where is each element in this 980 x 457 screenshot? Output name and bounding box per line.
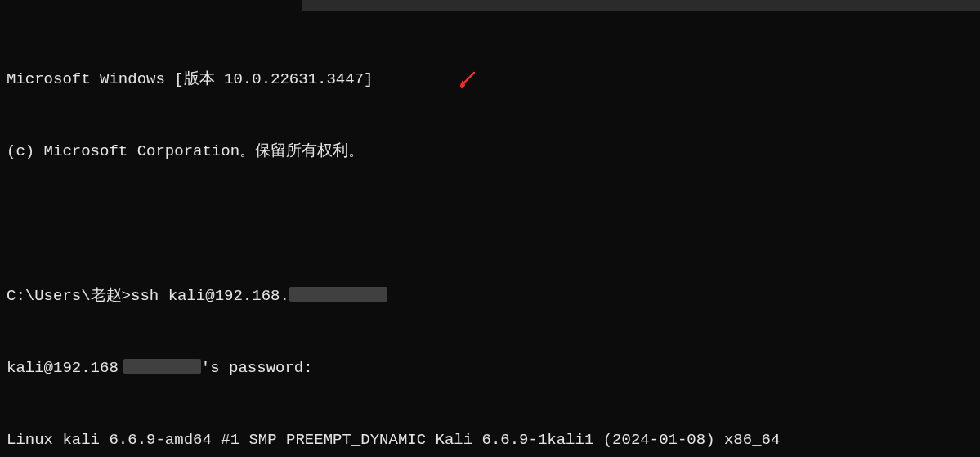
text-pw-pre: kali@192.168 bbox=[7, 359, 119, 377]
titlebar-empty-area bbox=[302, 0, 980, 11]
line-blank bbox=[7, 213, 973, 236]
line-uname: Linux kali 6.6.9-amd64 #1 SMP PREEMPT_DY… bbox=[7, 428, 973, 452]
text-cmd-prompt: C:\Users\老赵> bbox=[7, 287, 131, 305]
text-copyright: (c) Microsoft Corporation。保留所有权利。 bbox=[7, 142, 364, 160]
redacted-ip-2 bbox=[123, 359, 201, 374]
redacted-ip-1 bbox=[289, 287, 387, 302]
text-ssh-cmd: ssh kali@192.168. bbox=[131, 287, 289, 305]
text-pw-post: 's password: bbox=[201, 359, 313, 377]
text-winver: Microsoft Windows [版本 10.0.22631.3447] bbox=[7, 70, 373, 88]
terminal-tab[interactable] bbox=[0, 0, 302, 11]
window-titlebar bbox=[0, 0, 980, 11]
line-password-prompt: kali@192.168's password: bbox=[7, 356, 973, 380]
line-ssh-command: C:\Users\老赵>ssh kali@192.168. bbox=[7, 285, 973, 308]
terminal-viewport[interactable]: Microsoft Windows [版本 10.0.22631.3447] (… bbox=[0, 11, 980, 457]
line-copyright: (c) Microsoft Corporation。保留所有权利。 bbox=[7, 140, 973, 164]
text-uname: Linux kali 6.6.9-amd64 #1 SMP PREEMPT_DY… bbox=[7, 431, 780, 449]
line-windows-version: Microsoft Windows [版本 10.0.22631.3447] bbox=[7, 68, 973, 92]
